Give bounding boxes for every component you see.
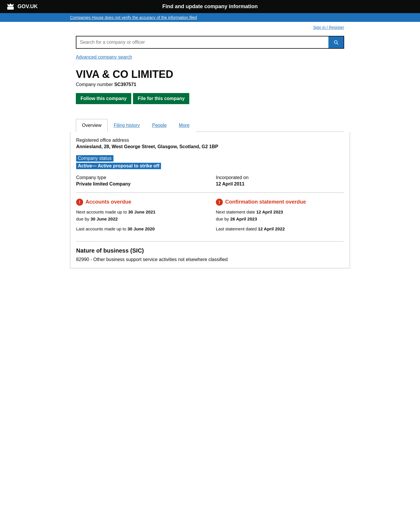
crown-icon (6, 2, 15, 11)
overview-panel: Registered office address Anniesland, 28… (70, 132, 350, 268)
search-input[interactable] (76, 36, 328, 48)
company-title-section: VIVA & CO LIMITED Company number SC39757… (70, 66, 350, 110)
confirmation-due-date: 26 April 2023 (230, 216, 257, 221)
search-form (76, 36, 344, 49)
incorporated-label: Incorporated on (216, 175, 344, 180)
header-title: Find and update company information (162, 4, 258, 10)
company-status-main: Active (78, 163, 92, 168)
confirmation-alert-icon: ! (216, 199, 223, 206)
sic-section: Nature of business (SIC) 82990 - Other b… (76, 241, 344, 262)
accounts-alert-title: Accounts overdue (85, 199, 131, 205)
company-status-value-wrapper: Active— Active proposal to strike off (76, 163, 344, 169)
notice-bar: Companies House does not verify the accu… (0, 13, 420, 22)
confirmation-last-label: Last statement dated (216, 226, 257, 231)
incorporated-value: 12 April 2011 (216, 181, 344, 187)
sign-in-link[interactable]: Sign in / Register (313, 25, 344, 30)
accounts-alert-heading: ! Accounts overdue (76, 199, 204, 206)
gov-logo-text: GOV.UK (18, 4, 38, 10)
notice-link[interactable]: Companies House does not verify the accu… (70, 15, 197, 20)
gov-header: GOV.UK Find and update company informati… (0, 0, 420, 13)
registered-office-value: Anniesland, 28, West George Street, Glas… (76, 144, 344, 149)
confirmation-last-text: Last statement dated 12 April 2022 (216, 225, 344, 232)
accounts-last-text: Last accounts made up to 30 June 2020 (76, 225, 204, 232)
accounts-alert-icon: ! (76, 199, 83, 206)
company-name: VIVA & CO LIMITED (76, 69, 344, 80)
advanced-search-link[interactable]: Advanced company search (76, 55, 132, 60)
search-container (70, 33, 350, 52)
accounts-next-label: Next accounts made up to (76, 209, 127, 214)
company-status-value: Active— Active proposal to strike off (76, 163, 161, 169)
file-company-button[interactable]: File for this company (133, 93, 189, 104)
confirmation-overdue-alert: ! Confirmation statement overdue Next st… (216, 199, 344, 235)
confirmation-alert-heading: ! Confirmation statement overdue (216, 199, 344, 206)
alerts-section: ! Accounts overdue Next accounts made up… (76, 192, 344, 235)
company-type-item: Company type Private limited Company (76, 175, 204, 187)
tab-nav: Overview Filing history People More (76, 119, 344, 132)
accounts-last-label: Last accounts made up to (76, 226, 126, 231)
company-type-label: Company type (76, 175, 204, 180)
incorporated-item: Incorporated on 12 April 2011 (216, 175, 344, 187)
company-status-label: Company status (76, 155, 113, 162)
company-status-row: Company status Active— Active proposal t… (76, 155, 344, 169)
advanced-search-section: Advanced company search (70, 52, 350, 66)
tabs-section: Overview Filing history People More (70, 119, 350, 132)
company-number: Company number SC397571 (76, 82, 344, 87)
registered-office-label: Registered office address (76, 138, 344, 143)
sic-value: 82990 - Other business support service a… (76, 257, 344, 262)
sic-heading: Nature of business (SIC) (76, 247, 344, 254)
search-icon (333, 39, 339, 45)
company-number-value: SC397571 (114, 82, 136, 87)
svg-rect-0 (7, 7, 14, 10)
tab-people[interactable]: People (146, 119, 173, 132)
tab-more[interactable]: More (173, 119, 195, 132)
accounts-due-label: due by (76, 216, 89, 221)
company-number-label: Company number (76, 82, 113, 87)
follow-company-button[interactable]: Follow this company (76, 93, 131, 104)
confirmation-next-label: Next statement date (216, 209, 255, 214)
accounts-alert-text: Next accounts made up to 30 June 2021 du… (76, 209, 204, 223)
confirmation-next-date: 12 April 2023 (256, 209, 283, 214)
accounts-last-date: 30 June 2020 (127, 226, 155, 231)
confirmation-last-date: 12 April 2022 (258, 226, 285, 231)
sign-in-bar: Sign in / Register (70, 22, 350, 33)
accounts-due-date: 30 June 2022 (90, 216, 118, 221)
accounts-overdue-alert: ! Accounts overdue Next accounts made up… (76, 199, 204, 235)
accounts-next-date: 30 June 2021 (128, 209, 155, 214)
confirmation-alert-title: Confirmation statement overdue (225, 199, 306, 205)
tab-filing-history[interactable]: Filing history (108, 119, 146, 132)
action-buttons: Follow this company File for this compan… (76, 93, 344, 104)
company-meta-row: Company type Private limited Company Inc… (76, 175, 344, 187)
registered-office-row: Registered office address Anniesland, 28… (76, 138, 344, 149)
gov-logo: GOV.UK (6, 2, 38, 11)
company-status-label-wrapper: Company status (76, 155, 344, 163)
tab-overview[interactable]: Overview (76, 119, 108, 132)
search-button[interactable] (328, 36, 344, 48)
company-type-value: Private limited Company (76, 181, 204, 187)
confirmation-due-label: due by (216, 216, 229, 221)
confirmation-alert-text: Next statement date 12 April 2023 due by… (216, 209, 344, 223)
company-status-detail: — Active proposal to strike off (92, 163, 159, 168)
